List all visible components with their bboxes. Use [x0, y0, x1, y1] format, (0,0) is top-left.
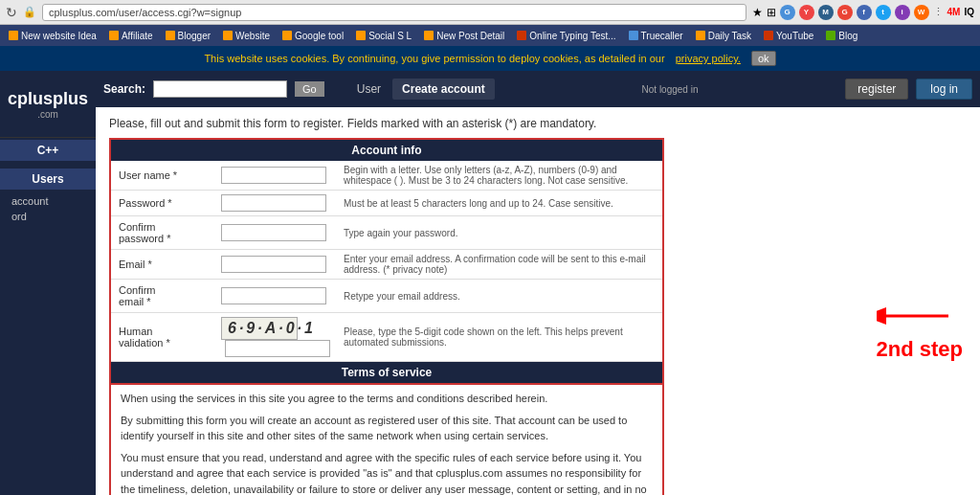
nav-tabs: User Create account — [347, 79, 495, 100]
sidebar-users-section: Users account ord — [0, 169, 96, 228]
captcha-input-cell: 6·9·A·0·1 — [215, 313, 336, 362]
browser-icon-m: M — [818, 5, 834, 20]
logo-text: cplusplus — [8, 89, 88, 109]
bookmark-new-post[interactable]: New Post Detail — [419, 30, 509, 42]
reload-icon[interactable]: ↻ — [6, 5, 17, 20]
bookmark-daily-task[interactable]: Daily Task — [691, 30, 756, 42]
confirm-email-input-cell — [215, 280, 336, 313]
address-bar[interactable] — [42, 4, 746, 21]
login-button[interactable]: log in — [916, 79, 972, 100]
table-row: Email * Enter your email address. A conf… — [110, 250, 663, 280]
not-logged-status: Not logged in — [642, 84, 699, 95]
confirm-password-hint: Type again your password. — [336, 216, 663, 250]
confirm-email-label: Confirmemail * — [110, 280, 215, 313]
lock-icon: 🔒 — [23, 6, 36, 18]
captcha-label: Humanvalidation * — [110, 313, 215, 362]
bookmark-icon — [223, 31, 233, 40]
site-logo[interactable]: cplusplus .com — [0, 71, 96, 138]
search-label: Search: — [103, 82, 145, 96]
bookmark-icon — [356, 31, 366, 40]
username-hint: Begin with a letter. Use only letters (a… — [336, 161, 663, 191]
bookmark-google-tool[interactable]: Google tool — [278, 30, 348, 42]
logo-sub: .com — [8, 109, 88, 120]
browser-icon-g2: G — [837, 5, 853, 20]
email-input-cell — [215, 250, 336, 280]
terms-para-3: You must ensure that you read, understan… — [121, 450, 653, 496]
red-arrow-icon — [877, 297, 953, 335]
bookmark-icon — [629, 31, 638, 40]
search-button[interactable]: Go — [295, 81, 324, 97]
email-hint: Enter your email address. A confirmation… — [336, 250, 663, 280]
confirm-email-hint: Retype your email address. — [336, 280, 663, 313]
email-input[interactable] — [221, 256, 326, 273]
search-input[interactable] — [153, 80, 287, 98]
terms-para-1: When using the services in this site you… — [121, 391, 653, 407]
bookmark-icon — [9, 31, 18, 40]
browser-icon-g: G — [780, 5, 795, 20]
cookie-notice: This website uses cookies. By continuing… — [0, 46, 980, 71]
register-button[interactable]: register — [845, 79, 908, 100]
bookmark-youtube[interactable]: YouTube — [759, 30, 818, 42]
captcha-image: 6·9·A·0·1 — [221, 317, 298, 340]
browser-icon-t: t — [876, 5, 891, 20]
form-intro: Please, fill out and submit this form to… — [109, 117, 967, 130]
confirm-password-label: Confirmpassword * — [110, 216, 215, 250]
bookmark-icon — [764, 31, 773, 40]
password-input[interactable] — [221, 194, 326, 212]
confirm-password-input[interactable] — [221, 224, 326, 241]
account-info-table: Account info User name * Begin with a le… — [109, 138, 664, 385]
bookmark-icon — [517, 31, 526, 40]
password-hint: Must be at least 5 characters long and u… — [336, 191, 663, 216]
iq-badge: IQ — [964, 7, 974, 17]
more-icon[interactable]: ⋮ — [933, 6, 944, 18]
browser-icon-w: W — [914, 5, 929, 20]
bookmark-icon — [166, 31, 175, 40]
privacy-policy-link[interactable]: privacy policy. — [676, 53, 741, 64]
table-row: Confirmemail * Retype your email address… — [110, 280, 663, 313]
table-row: User name * Begin with a letter. Use onl… — [110, 161, 663, 191]
bookmark-blogger[interactable]: Blogger — [161, 30, 215, 42]
bookmark-icon — [696, 31, 705, 40]
bookmark-icon — [826, 31, 835, 40]
step-annotation: 2nd step — [877, 297, 963, 362]
table-row: Confirmpassword * Type again your passwo… — [110, 216, 663, 250]
sidebar-user-links: account ord — [0, 190, 96, 228]
browser-icon-yt: Y — [799, 5, 814, 20]
bookmark-icon — [109, 31, 119, 40]
sidebar-link-ord[interactable]: ord — [6, 209, 90, 224]
username-input[interactable] — [221, 167, 326, 184]
table-row: Humanvalidation * 6·9·A·0·1 Please, type… — [110, 313, 663, 362]
bookmark-truecaller[interactable]: Truecaller — [624, 30, 688, 42]
bookmark-blog[interactable]: Blog — [821, 30, 862, 42]
bookmark-social[interactable]: Social S L — [351, 30, 416, 42]
confirm-email-input[interactable] — [221, 287, 326, 304]
bookmark-affiliate[interactable]: Affiliate — [104, 30, 158, 42]
captcha-hint: Please, type the 5-digit code shown on t… — [336, 313, 663, 362]
table-row: Password * Must be at least 5 characters… — [110, 191, 663, 216]
confirm-password-input-cell — [215, 216, 336, 250]
account-info-header: Account info — [110, 139, 663, 161]
bookmark-icon — [282, 31, 292, 40]
tab-user[interactable]: User — [347, 79, 390, 100]
cookie-ok-button[interactable]: ok — [751, 51, 776, 66]
notification-badge: 4M — [947, 7, 961, 17]
form-area: Please, fill out and submit this form to… — [96, 107, 980, 495]
sidebar: cplusplus .com C++ Users account ord — [0, 71, 96, 495]
bookmarks-bar: New website Idea Affiliate Blogger Websi… — [0, 25, 980, 46]
top-navigation: Search: Go User Create account Not logge… — [96, 71, 980, 107]
bookmark-website[interactable]: Website — [218, 30, 275, 42]
tab-create-account[interactable]: Create account — [392, 79, 495, 100]
terms-para-2: By submitting this form you will create … — [121, 413, 653, 444]
browser-toolbar: ★ ⊞ G Y M G f t i W ⋮ 4M IQ — [752, 5, 974, 20]
password-input-cell — [215, 191, 336, 216]
captcha-input[interactable] — [225, 340, 330, 357]
password-label: Password * — [110, 191, 215, 216]
sidebar-link-account[interactable]: account — [6, 193, 90, 209]
bookmark-typing[interactable]: Online Typing Test... — [512, 30, 620, 42]
main-content: Search: Go User Create account Not logge… — [96, 71, 980, 495]
bookmark-new-website[interactable]: New website Idea — [4, 30, 101, 42]
step-text: 2nd step — [877, 337, 963, 361]
terms-header: Terms of service — [110, 362, 663, 385]
username-label: User name * — [110, 161, 215, 191]
username-input-cell — [215, 161, 336, 191]
